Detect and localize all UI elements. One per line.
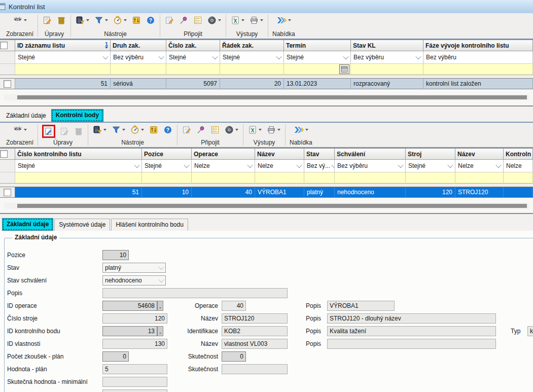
excel-export-button[interactable] [247,125,262,135]
cell-stroj[interactable]: 120 [406,187,455,198]
cell-id-zaznamu[interactable]: 51 [15,78,111,89]
note-button[interactable] [164,15,174,25]
popis-field[interactable] [102,288,288,298]
filter-dropdown[interactable]: Nelze [455,160,504,172]
cell-stav[interactable]: platný [304,187,335,198]
select-all-checkbox[interactable] [0,42,8,49]
skutecnost-hodnota-field[interactable] [222,364,288,374]
column-header-termin[interactable]: Termín [284,40,351,51]
gauge-button[interactable] [130,125,145,135]
nazev-vlastnosti-field[interactable]: vlastnost VL003 [222,339,288,349]
table-row[interactable]: 51 sériová 5097 20 13.01.2023 rozpracova… [0,78,533,89]
filter-value-input[interactable] [15,64,111,75]
cell-cislo-kl[interactable]: 51 [15,187,142,198]
print-button[interactable] [266,125,281,135]
column-header-schvaleni[interactable]: Schválení [335,148,406,160]
filter-dropdown[interactable]: Nelze [192,160,255,172]
gauge-button[interactable] [113,15,127,25]
pozice-field[interactable]: 10 [102,250,129,260]
popis-stroje-field[interactable]: STROJ120 - dlouhý název [327,313,496,324]
filter-dropdown[interactable]: Stejné [166,51,220,64]
filter-dropdown[interactable]: Bez vý... [304,160,335,172]
filter-dropdown[interactable]: Stejné [15,51,111,64]
filter-value-input[interactable] [455,172,504,184]
filter-value-input[interactable] [351,64,423,75]
filter-value-input[interactable] [504,172,533,184]
id-operace-field[interactable]: 54608 [102,301,157,311]
parameters-button[interactable] [149,125,159,135]
filter-value-input[interactable] [284,64,351,75]
stav-dropdown[interactable]: platný [102,263,166,273]
popis-operace-field[interactable]: VÝROBA1 [327,301,395,311]
filter-dropdown[interactable]: Bez výběru [351,51,423,64]
parameters-button[interactable] [131,15,141,25]
cell-nazev2[interactable]: STROJ120 [455,187,504,198]
tab-hlaseni-kontrolniho-bodu[interactable]: Hlášení kontrolního bodu [111,219,188,231]
column-header-nazev[interactable]: Název [255,148,304,160]
excel-export-button[interactable] [230,15,245,25]
skutecna-hodnota-min-field[interactable] [102,377,167,387]
edit-button-disabled[interactable] [59,126,69,136]
help-button[interactable] [163,125,173,135]
column-header-operace[interactable]: Operace [192,148,255,160]
data-filter-button[interactable] [75,15,90,25]
filter-dropdown[interactable]: Stejné [284,51,351,64]
data-filter-button[interactable] [92,125,107,135]
filter-value-input[interactable] [15,172,142,184]
delete-button-disabled[interactable] [74,126,84,136]
cell-termin[interactable]: 13.01.2023 [284,78,351,89]
partial-field[interactable] [102,389,167,392]
stav-schvaleni-dropdown[interactable]: nehodnoceno [102,275,166,286]
row-checkbox[interactable] [4,189,11,196]
filter-dropdown[interactable]: Bez výběru [335,160,406,172]
nazev-stroje-field[interactable]: STROJ120 [222,313,288,324]
filter-value-input[interactable] [255,172,304,184]
filter-value-input[interactable] [192,172,255,184]
column-header-stav-kl[interactable]: Stav KL [351,40,423,51]
filter-value-input[interactable] [423,64,533,75]
scrollbar-thumb[interactable] [17,95,527,99]
column-header-stroj[interactable]: Stroj [406,148,455,160]
view-button[interactable] [13,15,27,25]
filter-dropdown[interactable]: Stejné [142,160,192,172]
filter-value-input[interactable] [111,64,166,75]
filter-dropdown[interactable]: Nelze [255,160,304,172]
cell-operace[interactable]: 40 [192,187,255,198]
popis-vlastnosti-field[interactable] [327,339,496,349]
column-header-kontrolni[interactable]: Kontroln [504,148,533,160]
hodnota-plan-field[interactable]: 5 [102,364,167,374]
operace-field[interactable]: 40 [222,301,246,311]
filter-value-input[interactable] [220,64,284,75]
filter-dropdown[interactable]: Nelze [504,160,533,172]
filter-dropdown[interactable]: Stejné [15,160,142,172]
column-header-cislo-zak[interactable]: Číslo zak. [166,40,220,51]
media-button[interactable] [224,125,239,135]
tab-systemove-udaje[interactable]: Systémové údaje [54,219,110,231]
id-kontrolniho-bodu-field[interactable]: 13 [102,326,157,336]
edit-button[interactable] [42,15,52,25]
identifikace-field[interactable]: KOB2 [222,326,288,336]
tab-kontrolni-body[interactable]: Kontrolní body [51,109,103,122]
column-header-druh-zak[interactable]: Druh zak. [111,40,166,51]
cell-faze-vyvoje[interactable]: kontrolní list založen [423,78,533,89]
menu-button[interactable] [276,15,292,25]
filter-value-input[interactable] [142,172,192,184]
cislo-stroje-field[interactable]: 120 [102,313,167,324]
typ-field[interactable]: k [527,326,533,336]
media-button[interactable] [207,15,222,25]
skutecnost-pocet-field[interactable]: 0 [222,351,246,362]
horizontal-scrollbar[interactable] [4,203,529,209]
cell-stav-kl[interactable]: rozpracovaný [351,78,423,89]
delete-button[interactable] [56,15,66,25]
column-header-nazev2[interactable]: Název [455,148,504,160]
cell-kontrolni[interactable] [504,187,533,198]
tab-zakladni-udaje[interactable]: Základní údaje [2,218,53,231]
column-header-stav[interactable]: Stav [304,148,335,160]
popis-kb-field[interactable]: Kvalita tažení [327,326,496,336]
filter-button[interactable] [94,15,109,25]
filter-dropdown[interactable]: Stejné [406,160,455,172]
filter-value-input[interactable] [335,172,406,184]
pin-button[interactable] [196,125,206,135]
row-checkbox[interactable] [4,80,11,88]
table-row-selected[interactable]: 51 10 40 VÝROBA1 platný nehodnoceno 120 … [0,187,533,198]
